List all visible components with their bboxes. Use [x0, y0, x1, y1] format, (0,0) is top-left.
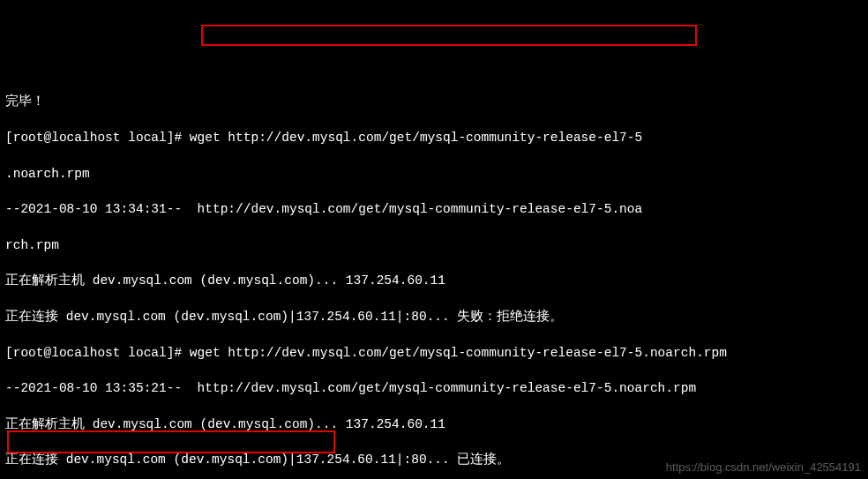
terminal-line: --2021-08-10 13:35:21-- http://dev.mysql…: [5, 379, 863, 397]
terminal-line: .noarch.rpm: [5, 165, 863, 183]
terminal-line: 完毕！: [5, 93, 863, 110]
terminal-line: rch.rpm: [5, 236, 863, 254]
terminal-line: --2021-08-10 13:34:31-- http://dev.mysql…: [5, 200, 863, 218]
terminal-line: 正在解析主机 dev.mysql.com (dev.mysql.com)... …: [5, 415, 863, 433]
wget-command: wget http://dev.mysql.com/get/mysql-comm…: [190, 131, 642, 145]
watermark-text: https://blog.csdn.net/weixin_42554191: [666, 460, 861, 475]
shell-prompt: [root@localhost local]#: [5, 131, 190, 145]
terminal-line: 正在解析主机 dev.mysql.com (dev.mysql.com)... …: [5, 272, 863, 289]
terminal-output[interactable]: 完毕！ [root@localhost local]# wget http://…: [5, 75, 863, 479]
terminal-line: [root@localhost local]# wget http://dev.…: [5, 344, 863, 362]
terminal-line: [root@localhost local]# wget http://dev.…: [5, 129, 863, 146]
terminal-line: 正在连接 dev.mysql.com (dev.mysql.com)|137.2…: [5, 308, 863, 326]
highlight-annotation: [201, 25, 697, 46]
